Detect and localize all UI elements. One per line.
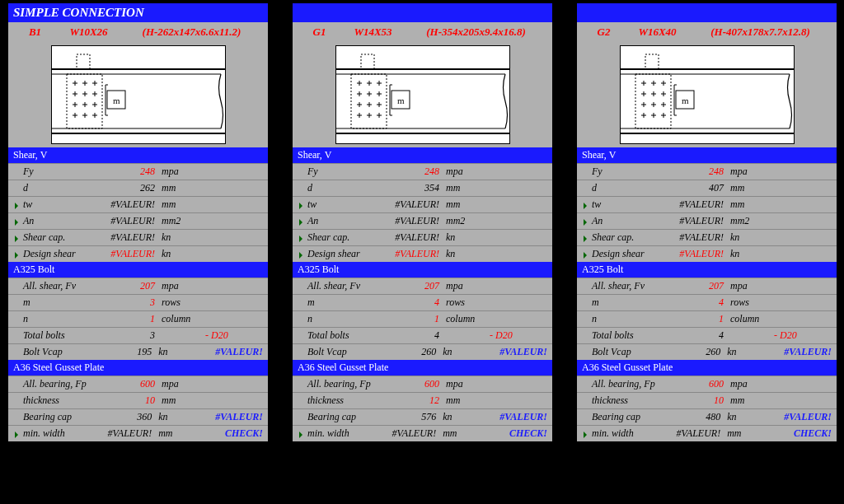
check-value: #VALEUR! [767, 410, 837, 424]
row-unit: kn [439, 410, 483, 424]
row-value: 3 [97, 329, 158, 343]
row-value: #VALEUR! [382, 231, 443, 245]
row-unit: mm [727, 198, 771, 212]
row-unit: mm [439, 427, 483, 441]
row-label: m [577, 296, 666, 310]
row-unit: mpa [158, 377, 203, 391]
row-unit: column [443, 312, 487, 326]
bolt-row: All. shear, Fv207mpa [8, 278, 268, 294]
bolt-row: m4rows [293, 294, 552, 310]
row-value: #VALEUR! [664, 427, 724, 441]
row-unit: mpa [727, 377, 771, 391]
bolt-row: Total bolts4- D20 [577, 327, 837, 343]
row-unit: mpa [158, 165, 203, 179]
row-label: An [577, 214, 666, 228]
check-value: CHECK! [199, 427, 268, 441]
plate-row: min. width#VALEUR!mmCHECK! [8, 425, 268, 441]
row-value: 360 [96, 410, 155, 424]
row-label: Fy [577, 165, 666, 179]
shear-row: An#VALEUR!mm2 [8, 212, 268, 229]
row-unit: mpa [443, 279, 487, 293]
row-label: m [293, 296, 382, 310]
row-label: thickness [577, 394, 666, 408]
row-unit: kn [727, 231, 771, 245]
bolt-row: n1column [577, 310, 837, 327]
shear-row: An#VALEUR!mm2 [577, 212, 837, 229]
plate-row: thickness12mm [293, 392, 552, 408]
row-unit: mm [158, 198, 203, 212]
row-label: n [293, 312, 382, 326]
section-plate: A36 Steel Gusset Plate [293, 360, 552, 376]
shear-row: Design shear#VALEUR!kn [293, 245, 552, 262]
row-unit [158, 329, 203, 343]
row-unit: kn [439, 345, 483, 359]
row-unit: mm [727, 394, 771, 408]
row-unit: mm [727, 181, 771, 195]
row-unit: rows [443, 296, 487, 310]
row-unit: mm [158, 394, 203, 408]
row-value: #VALEUR! [97, 198, 158, 212]
row-value: #VALEUR! [666, 214, 727, 228]
section-plate: A36 Steel Gusset Plate [8, 360, 268, 376]
row-value: 600 [666, 377, 727, 391]
row-label: tw [577, 198, 666, 212]
plate-row: Bearing cap576kn#VALEUR! [293, 408, 552, 425]
row-value: 600 [382, 377, 443, 391]
shear-row: tw#VALEUR!mm [293, 196, 552, 212]
row-value: 260 [664, 345, 724, 359]
row-value: 10 [666, 394, 727, 408]
row-unit: mm2 [727, 214, 771, 228]
beam-size: W14X53 [340, 26, 406, 39]
shear-row: Design shear#VALEUR!kn [577, 245, 837, 262]
shear-row: Fy248mpa [293, 163, 552, 180]
bolt-row: n1column [293, 310, 552, 327]
beam-dim: (H-407x178x7.7x12.8) [691, 26, 831, 39]
row-unit: mm [443, 394, 487, 408]
row-value: #VALEUR! [382, 247, 443, 261]
beam-header: G2W16X40(H-407x178x7.7x12.8) [577, 22, 837, 42]
beam-id: G2 [584, 26, 625, 39]
row-value: 248 [382, 165, 443, 179]
row-value: #VALEUR! [97, 231, 158, 245]
row-value: 4 [382, 329, 443, 343]
beam-size: W16X40 [625, 26, 691, 39]
title-spacer [293, 3, 552, 22]
row-value: 354 [382, 181, 443, 195]
row-unit: mm [155, 427, 199, 441]
connection-diagram: m [335, 45, 510, 144]
row-unit: mm [158, 181, 203, 195]
beam-header: B1W10X26(H-262x147x6.6x11.2) [8, 22, 268, 42]
plate-row: min. width#VALEUR!mmCHECK! [293, 425, 552, 441]
svg-text:m: m [113, 96, 120, 105]
row-value: #VALEUR! [97, 214, 158, 228]
plate-row: Bearing cap480kn#VALEUR! [577, 408, 837, 425]
bolt-row: All. shear, Fv207mpa [293, 278, 552, 294]
row-label: Fy [8, 165, 97, 179]
shear-row: Shear cap.#VALEUR!kn [577, 229, 837, 245]
row-unit: mm2 [443, 214, 487, 228]
row-unit: mpa [727, 165, 771, 179]
row-unit: mpa [727, 279, 771, 293]
row-label: Bearing cap [577, 410, 664, 424]
shear-row: Design shear#VALEUR!kn [8, 245, 268, 262]
row-value: 207 [382, 279, 443, 293]
row-unit: rows [727, 296, 771, 310]
row-value: 248 [666, 165, 727, 179]
row-value: 10 [97, 394, 158, 408]
row-unit: kn [443, 247, 487, 261]
row-label: An [293, 214, 382, 228]
row-label: All. shear, Fv [293, 279, 382, 293]
row-value: 1 [666, 312, 727, 326]
bolt-row: Total bolts3- D20 [8, 327, 268, 343]
row-value: 207 [666, 279, 727, 293]
row-label: Shear cap. [8, 231, 97, 245]
bolt-row: n1column [8, 310, 268, 327]
row-label: Bearing cap [293, 410, 380, 424]
row-unit: kn [158, 247, 203, 261]
row-label: min. width [8, 427, 96, 441]
row-label: Bolt Vcap [8, 345, 96, 359]
row-unit: rows [158, 296, 203, 310]
section-bolt: A325 Bolt [8, 262, 268, 278]
row-value: 4 [382, 296, 443, 310]
row-value: #VALEUR! [382, 198, 443, 212]
